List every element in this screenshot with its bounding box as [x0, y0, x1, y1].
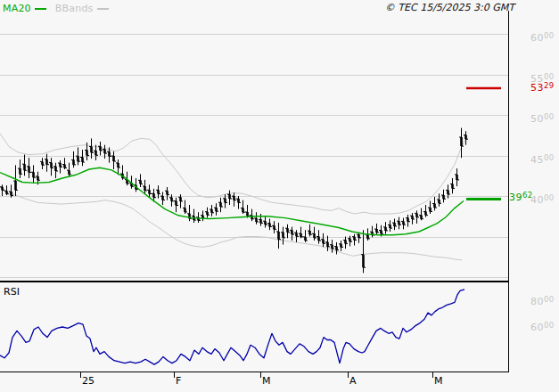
resistance-price-label: 5329: [530, 83, 554, 94]
legend-ma20-swatch: [35, 8, 46, 10]
x-axis-label: F: [176, 376, 181, 386]
price-axis-label: 6000: [530, 33, 554, 44]
price-axis-label: 5000: [530, 114, 554, 125]
rsi-axis-label: 8000: [530, 297, 554, 307]
rsi-panel-label: RSI: [4, 286, 20, 298]
chart-canvas: [0, 0, 559, 392]
legend-ma20-label: MA20: [3, 4, 31, 13]
price-axis-label: 4500: [530, 155, 554, 166]
legend: MA20 BBands: [3, 4, 109, 13]
support-price-label: 3962: [509, 192, 532, 203]
price-axis-label: 4000: [530, 195, 554, 206]
x-axis-label: 25: [82, 376, 95, 386]
x-axis-label: A: [349, 376, 357, 386]
x-axis-label: M: [262, 376, 271, 386]
legend-bbands-swatch: [97, 8, 109, 10]
x-axis-label: M: [434, 376, 443, 386]
rsi-axis-label: 6000: [530, 323, 554, 333]
copyright-text: © TEC 15/5/2025 3:0 GMT: [385, 2, 514, 13]
chart-window: MA20 BBands © TEC 15/5/2025 3:0 GMT RSI …: [0, 0, 559, 392]
legend-bbands-label: BBands: [55, 4, 94, 13]
